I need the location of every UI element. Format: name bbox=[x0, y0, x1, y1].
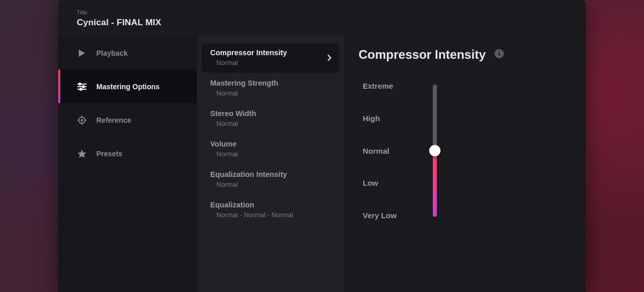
sidebar-item-label: Playback bbox=[96, 49, 128, 57]
option-compressor-intensity[interactable]: Compressor Intensity Normal bbox=[202, 43, 339, 73]
option-value: Normal bbox=[210, 181, 331, 188]
svg-point-7 bbox=[81, 119, 83, 121]
sidebar-item-reference[interactable]: Reference bbox=[58, 103, 196, 137]
sidebar-item-mastering-options[interactable]: Mastering Options bbox=[58, 70, 196, 103]
option-equalization-intensity[interactable]: Equalization Intensity Normal bbox=[202, 165, 339, 194]
sidebar-item-label: Reference bbox=[96, 116, 131, 124]
sidebar: Playback Mastering Options bbox=[58, 36, 197, 292]
title-label: Title bbox=[77, 9, 567, 15]
target-icon bbox=[77, 115, 87, 125]
sidebar-item-playback[interactable]: Playback bbox=[58, 36, 196, 70]
play-icon bbox=[77, 48, 87, 58]
option-value: Normal bbox=[210, 59, 331, 67]
slider-thumb[interactable] bbox=[429, 145, 440, 156]
svg-point-1 bbox=[79, 83, 81, 85]
star-icon bbox=[77, 149, 87, 159]
option-title: Mastering Strength bbox=[210, 79, 331, 87]
svg-rect-14 bbox=[499, 53, 500, 56]
mastering-modal: Title Cynical - FINAL MIX Playback M bbox=[58, 0, 586, 292]
svg-point-13 bbox=[498, 51, 500, 53]
option-title: Equalization Intensity bbox=[210, 170, 331, 179]
chevron-right-icon bbox=[328, 54, 332, 63]
title-value: Cynical - FINAL MIX bbox=[77, 18, 567, 28]
slider-track[interactable] bbox=[430, 82, 440, 220]
sliders-icon bbox=[77, 82, 87, 92]
slider-track-fill bbox=[433, 151, 437, 217]
option-title: Stereo Width bbox=[210, 109, 331, 118]
option-value: Normal - Normal - Normal bbox=[210, 211, 331, 219]
info-icon[interactable] bbox=[494, 48, 504, 61]
sidebar-item-label: Presets bbox=[96, 150, 123, 158]
option-stereo-width[interactable]: Stereo Width Normal bbox=[202, 104, 339, 134]
slider-label-extreme: Extreme bbox=[363, 82, 404, 90]
slider-label-very-low: Very Low bbox=[363, 211, 404, 220]
slider-label-high: High bbox=[363, 114, 404, 123]
option-value: Normal bbox=[210, 120, 331, 127]
option-value: Normal bbox=[210, 150, 331, 158]
option-title: Equalization bbox=[210, 201, 331, 209]
option-equalization[interactable]: Equalization Normal - Normal - Normal bbox=[202, 196, 339, 225]
slider-labels: Extreme High Normal Low Very Low bbox=[363, 82, 404, 220]
intensity-slider[interactable]: Extreme High Normal Low Very Low bbox=[359, 82, 571, 220]
svg-point-5 bbox=[80, 88, 82, 90]
svg-point-3 bbox=[82, 86, 84, 88]
options-panel: Compressor Intensity Normal Mastering St… bbox=[197, 36, 344, 292]
slider-label-normal: Normal bbox=[363, 147, 404, 155]
slider-label-low: Low bbox=[363, 179, 404, 187]
sidebar-item-label: Mastering Options bbox=[96, 83, 160, 91]
sidebar-item-presets[interactable]: Presets bbox=[58, 137, 196, 170]
detail-title: Compressor Intensity bbox=[359, 47, 486, 62]
option-mastering-strength[interactable]: Mastering Strength Normal bbox=[202, 74, 339, 103]
option-volume[interactable]: Volume Normal bbox=[202, 135, 339, 164]
detail-panel: Compressor Intensity Extreme High Normal… bbox=[344, 36, 586, 292]
option-title: Compressor Intensity bbox=[210, 48, 331, 57]
header: Title Cynical - FINAL MIX bbox=[58, 0, 586, 36]
option-title: Volume bbox=[210, 140, 331, 148]
option-value: Normal bbox=[210, 89, 331, 97]
